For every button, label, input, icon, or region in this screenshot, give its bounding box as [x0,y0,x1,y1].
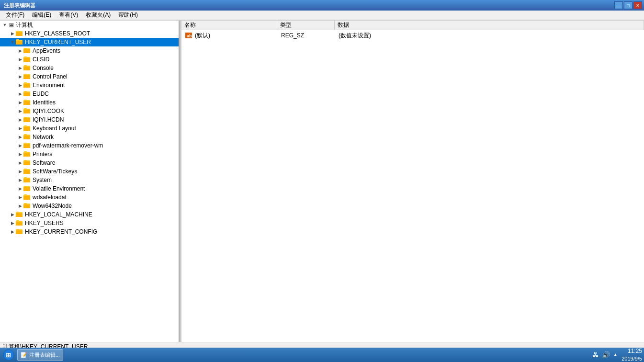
maximize-button[interactable]: □ [624,1,633,9]
folder-icon-console [23,64,31,72]
tree-item-iqiyi-cook[interactable]: ▶ IQIYI.COOK [0,107,179,115]
tree-hkey-classes-root[interactable]: ▶ HKEY_CLASSES_ROOT [0,29,179,38]
expand-icon-system: ▶ [17,177,23,183]
col-header-type: 类型 [277,21,335,30]
svg-rect-29 [24,108,27,110]
expand-icon-pdf-watermark: ▶ [17,143,23,148]
tree-item-console[interactable]: ▶ Console [0,64,179,72]
expand-icon-appevents: ▶ [17,48,23,54]
menu-view[interactable]: 查看(V) [55,10,82,20]
tree-item-wow6432node[interactable]: ▶ Wow6432Node [0,202,179,210]
svg-rect-58 [23,196,30,200]
tree-hkey-current-config[interactable]: ▶ HKEY_CURRENT_CONFIG [0,227,179,236]
svg-rect-26 [24,100,27,101]
folder-icon-printers [23,150,31,158]
tree-item-identities[interactable]: ▶ Identities [0,98,179,107]
svg-rect-25 [23,101,30,105]
folder-icon-wow6432node [23,202,31,210]
minimize-button[interactable]: — [614,1,623,9]
folder-icon-local-machine [16,211,23,219]
label-users: HKEY_USERS [25,220,64,226]
expand-icon-software-tickeys: ▶ [17,169,23,174]
menu-file[interactable]: 文件(F) [2,10,28,20]
start-button[interactable]: ⊞ [2,348,15,362]
svg-rect-59 [24,194,27,196]
label-wdsafeloadat: wdsafeloadat [33,194,67,201]
svg-rect-7 [23,49,30,53]
tree-item-software[interactable]: ▶ Software [0,158,179,167]
expand-icon-iqiyi-hcdn: ▶ [17,117,23,123]
label-network: Network [33,134,54,140]
svg-rect-35 [24,125,27,127]
folder-icon-current-user [16,38,23,46]
tree-item-keyboard-layout[interactable]: ▶ Keyboard Layout [0,124,179,133]
tree-root-computer[interactable]: ▼ 🖥 计算机 [0,21,179,29]
label-eudc: EUDC [33,90,49,97]
tree-item-pdf-watermark[interactable]: ▶ pdf-watermark-remover-wm [0,141,179,150]
svg-rect-11 [24,57,27,58]
folder-icon-clsid [23,56,31,64]
label-iqiyi-cook: IQIYI.COOK [33,108,64,114]
current-user-children: ▶ AppEvents ▶ CLSID ▶ [0,46,179,210]
folder-icon-volatile-env [23,185,31,193]
expand-icon-current-user: ▼ [10,39,15,45]
tree-panel[interactable]: ▼ 🖥 计算机 ▶ HKEY_CLASSES_ROOT ▼ HKEY_CURRE… [0,21,180,342]
tree-hkey-local-machine[interactable]: ▶ HKEY_LOCAL_MACHINE [0,210,179,219]
expand-icon-printers: ▶ [17,151,23,157]
data-value-name-default: (默认) [195,32,210,40]
menu-edit[interactable]: 编辑(E) [28,10,55,20]
expand-icon-root: ▼ [2,22,8,28]
data-rows: ab (默认) REG_SZ (数值未设置) [181,30,644,41]
clock-time: 11:25 [621,348,642,355]
tree-item-clsid[interactable]: ▶ CLSID [0,55,179,64]
label-classes-root: HKEY_CLASSES_ROOT [25,30,90,37]
network-icon[interactable]: 🖧 [592,351,599,359]
folder-icon-pdf-watermark [23,142,31,150]
svg-rect-64 [16,213,23,217]
svg-rect-65 [16,212,19,213]
tree-item-environment[interactable]: ▶ Environment [0,81,179,90]
svg-rect-49 [23,170,30,174]
menu-favorites[interactable]: 收藏夹(A) [82,10,114,20]
tree-item-printers[interactable]: ▶ Printers [0,150,179,158]
tree-hkey-current-user[interactable]: ▼ HKEY_CURRENT_USER [0,38,179,46]
tree-item-iqiyi-hcdn[interactable]: ▶ IQIYI.HCDN [0,115,179,124]
svg-rect-50 [24,169,27,170]
column-headers: 名称 类型 数据 [181,21,644,30]
svg-rect-23 [24,91,27,92]
tree-item-control-panel[interactable]: ▶ Control Panel [0,72,179,81]
col-header-data: 数据 [335,21,644,30]
label-console: Console [33,65,54,71]
taskbar-right: 🖧 🔊 ▲ 11:25 2019/9/5 [592,348,642,362]
tree-item-wdsafeloadat[interactable]: ▶ wdsafeloadat [0,193,179,202]
svg-rect-46 [23,161,30,165]
taskbar-app-button[interactable]: 📝 注册表编辑... [17,349,63,361]
expand-icon-wdsafeloadat: ▶ [17,194,23,200]
data-row-default[interactable]: ab (默认) REG_SZ (数值未设置) [181,31,644,40]
folder-icon-eudc [23,90,31,98]
expand-icon-classes-root: ▶ [10,31,15,36]
tree-item-volatile-env[interactable]: ▶ Volatile Environment [0,184,179,193]
tree-item-appevents[interactable]: ▶ AppEvents [0,46,179,55]
tree-item-eudc[interactable]: ▶ EUDC [0,90,179,98]
tree-item-system[interactable]: ▶ System [0,176,179,184]
main-area: ▼ 🖥 计算机 ▶ HKEY_CLASSES_ROOT ▼ HKEY_CURRE… [0,20,644,342]
svg-rect-31 [23,118,30,122]
svg-rect-32 [24,117,27,118]
tree-hkey-users[interactable]: ▶ HKEY_USERS [0,219,179,227]
tree-item-software-tickeys[interactable]: ▶ SoftWare/Tickeys [0,167,179,176]
expand-icon-users: ▶ [10,220,15,226]
volume-icon[interactable]: 🔊 [602,351,610,359]
clock[interactable]: 11:25 2019/9/5 [621,348,642,362]
svg-rect-71 [16,229,19,230]
svg-rect-38 [24,134,27,136]
svg-rect-55 [23,187,30,191]
title-bar: 注册表编辑器 — □ ✕ [0,0,644,11]
label-wow6432node: Wow6432Node [33,203,72,209]
tray-expand-icon[interactable]: ▲ [613,352,618,357]
tree-item-network[interactable]: ▶ Network [0,133,179,141]
svg-rect-70 [16,230,23,234]
computer-icon: 🖥 [8,22,14,29]
menu-help[interactable]: 帮助(H) [114,10,142,20]
close-button[interactable]: ✕ [633,1,642,9]
